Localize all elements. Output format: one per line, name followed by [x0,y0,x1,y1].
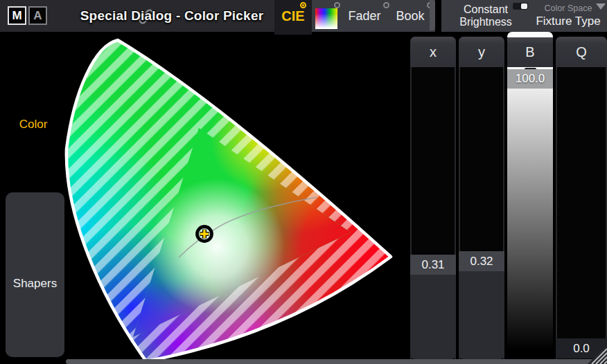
tab-fader[interactable]: Fader [343,0,386,32]
cie-chromaticity-diagram[interactable] [59,35,409,364]
fader-header-y[interactable]: y [459,37,504,67]
fader-track-b[interactable] [507,67,553,359]
ma-logo-a: A [28,6,47,25]
sidebar-tab-color-label: Color [0,118,67,131]
radio-selected-icon [300,2,306,8]
constant-brightness-button[interactable]: Constant Brightness [443,0,528,32]
fader-b-active-cap [507,32,553,37]
tab-color-swatch[interactable] [315,8,337,29]
sidebar-tab-shapers-label: Shapers [6,277,64,291]
fader-value-b[interactable]: 100.0 [507,69,553,89]
toggle-icon [513,3,528,10]
radio-icon-fader [383,2,389,8]
fixture-type-dropdown[interactable]: Color Space Fixture Type [529,0,607,32]
options-panel: Constant Brightness Color Space Fixture … [441,0,607,32]
resize-handle[interactable] [586,343,607,364]
fader-header-q[interactable]: Q [556,37,607,67]
tab-strip-edge [430,0,435,30]
fader-value-y[interactable]: 0.32 [459,251,504,271]
fader-header-x[interactable]: x [410,37,456,67]
ma-logo-m: M [8,6,26,25]
dropdown-arrow-icon [596,3,606,10]
bottom-scrollbar[interactable] [66,359,607,364]
color-picker-dialog: M A Special Dialog - Color Picker CIE Fa… [0,0,607,364]
sidebar-tab-shapers[interactable]: Shapers [6,192,64,357]
fader-track-q[interactable] [556,67,607,359]
titlebar: M A Special Dialog - Color Picker [0,0,274,32]
fader-fill-x [410,275,456,359]
color-space-value: Fixture Type [529,15,607,28]
radio-icon-swatch [334,2,340,8]
fader-header-b[interactable]: B [507,37,553,67]
tab-cie[interactable]: CIE [274,0,312,35]
fader-value-x[interactable]: 0.31 [410,255,456,275]
sidebar-tab-color[interactable]: Color [0,35,67,192]
fader-fill-y [459,271,504,359]
dialog-title: Special Dialog - Color Picker [69,0,274,32]
tab-book[interactable]: Book [390,0,430,32]
constant-brightness-line2: Brightness [443,16,528,28]
